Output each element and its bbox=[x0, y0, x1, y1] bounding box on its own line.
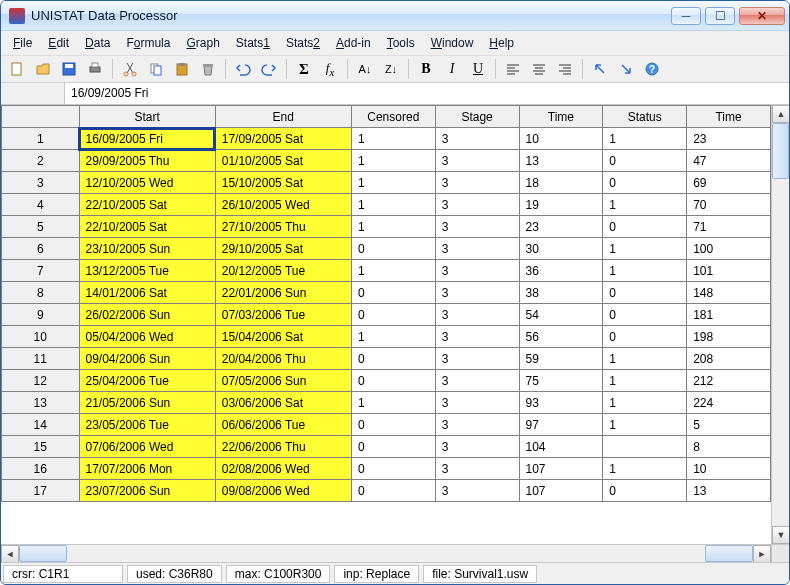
cell[interactable]: 0 bbox=[603, 480, 687, 502]
col-header-time1[interactable]: Time bbox=[519, 106, 603, 128]
cell[interactable]: 01/10/2005 Sat bbox=[215, 150, 351, 172]
cell[interactable]: 3 bbox=[435, 392, 519, 414]
cell[interactable]: 1 bbox=[351, 392, 435, 414]
cell[interactable]: 09/04/2006 Sun bbox=[79, 348, 215, 370]
table-row[interactable]: 1507/06/2006 Wed22/06/2006 Thu031048 bbox=[2, 436, 771, 458]
vscroll-thumb[interactable] bbox=[772, 123, 789, 179]
cell[interactable]: 22/06/2006 Thu bbox=[215, 436, 351, 458]
hscroll-thumb-right[interactable] bbox=[705, 545, 753, 562]
cell[interactable]: 07/03/2006 Tue bbox=[215, 304, 351, 326]
cell[interactable]: 0 bbox=[603, 150, 687, 172]
open-icon[interactable] bbox=[31, 57, 55, 81]
cell[interactable]: 23 bbox=[687, 128, 771, 150]
col-header-time2[interactable]: Time bbox=[687, 106, 771, 128]
table-row[interactable]: 1321/05/2006 Sun03/06/2006 Sat13931224 bbox=[2, 392, 771, 414]
cell[interactable]: 1 bbox=[351, 216, 435, 238]
hscroll-track[interactable] bbox=[19, 545, 753, 562]
cell[interactable]: 1 bbox=[603, 238, 687, 260]
cell[interactable]: 1 bbox=[351, 326, 435, 348]
cell[interactable]: 0 bbox=[603, 216, 687, 238]
table-row[interactable]: 522/10/2005 Sat27/10/2005 Thu1323071 bbox=[2, 216, 771, 238]
cell[interactable]: 36 bbox=[519, 260, 603, 282]
cell[interactable]: 0 bbox=[603, 326, 687, 348]
cell[interactable]: 8 bbox=[687, 436, 771, 458]
titlebar[interactable]: UNISTAT Data Processor ─ ☐ ✕ bbox=[1, 1, 789, 31]
cell[interactable]: 18 bbox=[519, 172, 603, 194]
cell[interactable]: 0 bbox=[603, 304, 687, 326]
cell[interactable]: 21/05/2006 Sun bbox=[79, 392, 215, 414]
cell[interactable]: 09/08/2006 Wed bbox=[215, 480, 351, 502]
close-button[interactable]: ✕ bbox=[739, 7, 785, 25]
col-header-stage[interactable]: Stage bbox=[435, 106, 519, 128]
table-row[interactable]: 623/10/2005 Sun29/10/2005 Sat03301100 bbox=[2, 238, 771, 260]
cell[interactable]: 13 bbox=[519, 150, 603, 172]
row-header[interactable]: 15 bbox=[2, 436, 80, 458]
menu-stats2[interactable]: Stats2 bbox=[280, 34, 326, 52]
horizontal-scrollbar[interactable]: ◄ ► bbox=[1, 545, 771, 562]
table-row[interactable]: 1109/04/2006 Sun20/04/2006 Thu03591208 bbox=[2, 348, 771, 370]
scroll-left-icon[interactable]: ◄ bbox=[1, 545, 19, 562]
cell[interactable]: 0 bbox=[351, 282, 435, 304]
new-icon[interactable] bbox=[5, 57, 29, 81]
menu-add-in[interactable]: Add-in bbox=[330, 34, 377, 52]
table-row[interactable]: 312/10/2005 Wed15/10/2005 Sat1318069 bbox=[2, 172, 771, 194]
cell[interactable]: 15/10/2005 Sat bbox=[215, 172, 351, 194]
cell[interactable]: 1 bbox=[603, 260, 687, 282]
cell[interactable]: 3 bbox=[435, 238, 519, 260]
cell[interactable]: 3 bbox=[435, 194, 519, 216]
cell[interactable]: 19 bbox=[519, 194, 603, 216]
row-header[interactable]: 8 bbox=[2, 282, 80, 304]
cell[interactable]: 07/06/2006 Wed bbox=[79, 436, 215, 458]
cell[interactable]: 13/12/2005 Tue bbox=[79, 260, 215, 282]
arrow-se-icon[interactable] bbox=[614, 57, 638, 81]
table-row[interactable]: 1617/07/2006 Mon02/08/2006 Wed03107110 bbox=[2, 458, 771, 480]
cell[interactable]: 224 bbox=[687, 392, 771, 414]
cell[interactable]: 97 bbox=[519, 414, 603, 436]
cell[interactable]: 1 bbox=[603, 414, 687, 436]
col-header-start[interactable]: Start bbox=[79, 106, 215, 128]
arrow-nw-icon[interactable] bbox=[588, 57, 612, 81]
cell[interactable]: 198 bbox=[687, 326, 771, 348]
table-row[interactable]: 1005/04/2006 Wed15/04/2006 Sat13560198 bbox=[2, 326, 771, 348]
cell[interactable]: 1 bbox=[603, 458, 687, 480]
cell[interactable]: 0 bbox=[603, 172, 687, 194]
copy-icon[interactable] bbox=[144, 57, 168, 81]
col-header-end[interactable]: End bbox=[215, 106, 351, 128]
row-header[interactable]: 10 bbox=[2, 326, 80, 348]
underline-icon[interactable]: U bbox=[466, 57, 490, 81]
col-header-censored[interactable]: Censored bbox=[351, 106, 435, 128]
table-row[interactable]: 926/02/2006 Sun07/03/2006 Tue03540181 bbox=[2, 304, 771, 326]
cell[interactable]: 29/09/2005 Thu bbox=[79, 150, 215, 172]
row-header[interactable]: 4 bbox=[2, 194, 80, 216]
italic-icon[interactable]: I bbox=[440, 57, 464, 81]
cell[interactable]: 17/07/2006 Mon bbox=[79, 458, 215, 480]
menu-stats1[interactable]: Stats1 bbox=[230, 34, 276, 52]
cell[interactable]: 13 bbox=[687, 480, 771, 502]
cell[interactable]: 10 bbox=[687, 458, 771, 480]
cell[interactable]: 03/06/2006 Sat bbox=[215, 392, 351, 414]
delete-icon[interactable] bbox=[196, 57, 220, 81]
cell[interactable]: 12/10/2005 Wed bbox=[79, 172, 215, 194]
cell[interactable]: 10 bbox=[519, 128, 603, 150]
cell[interactable]: 3 bbox=[435, 480, 519, 502]
cell[interactable]: 0 bbox=[351, 370, 435, 392]
cell[interactable]: 1 bbox=[603, 348, 687, 370]
cell[interactable]: 1 bbox=[351, 128, 435, 150]
table-row[interactable]: 1225/04/2006 Tue07/05/2006 Sun03751212 bbox=[2, 370, 771, 392]
cell[interactable]: 0 bbox=[351, 480, 435, 502]
cell[interactable]: 14/01/2006 Sat bbox=[79, 282, 215, 304]
cell[interactable]: 17/09/2005 Sat bbox=[215, 128, 351, 150]
menu-graph[interactable]: Graph bbox=[180, 34, 225, 52]
cell[interactable]: 20/04/2006 Thu bbox=[215, 348, 351, 370]
cell[interactable]: 75 bbox=[519, 370, 603, 392]
cell[interactable]: 3 bbox=[435, 414, 519, 436]
help-icon[interactable]: ? bbox=[640, 57, 664, 81]
table-row[interactable]: 1423/05/2006 Tue06/06/2006 Tue039715 bbox=[2, 414, 771, 436]
bold-icon[interactable]: B bbox=[414, 57, 438, 81]
cell[interactable]: 104 bbox=[519, 436, 603, 458]
cell[interactable]: 71 bbox=[687, 216, 771, 238]
cell[interactable]: 69 bbox=[687, 172, 771, 194]
namebox[interactable] bbox=[1, 83, 65, 104]
sum-icon[interactable]: Σ bbox=[292, 57, 316, 81]
row-header[interactable]: 7 bbox=[2, 260, 80, 282]
